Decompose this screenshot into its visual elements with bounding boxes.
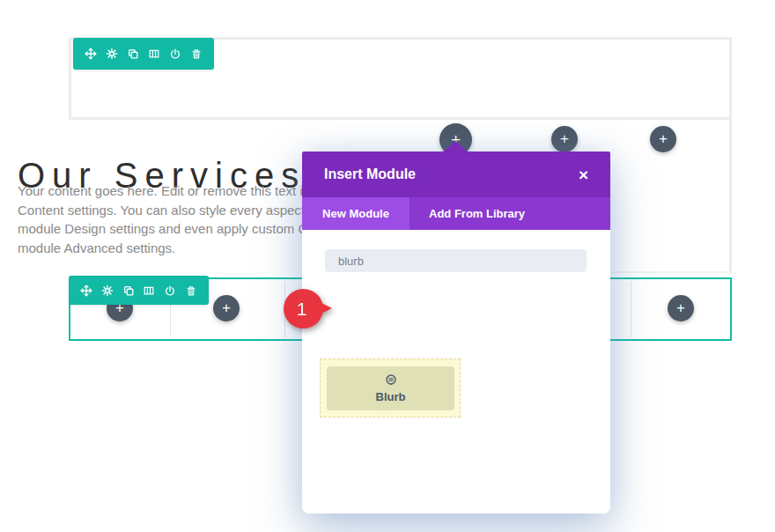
duplicate-icon[interactable] <box>122 284 135 297</box>
duplicate-icon[interactable] <box>127 48 139 60</box>
module-result-label: Blurb <box>376 390 406 403</box>
save-to-library-icon[interactable] <box>169 48 181 60</box>
tab-add-from-library[interactable]: Add From Library <box>410 197 525 230</box>
tab-label: Add From Library <box>429 207 525 220</box>
save-to-library-icon[interactable] <box>164 284 176 297</box>
tab-new-module[interactable]: New Module <box>302 197 410 230</box>
annotation-number: 1 <box>297 299 307 320</box>
add-module-button[interactable]: + <box>551 126 578 152</box>
column-divider <box>631 281 631 337</box>
section-bottom-border <box>612 271 732 273</box>
insert-module-modal: Insert Module × New Module Add From Libr… <box>302 151 610 514</box>
modal-title: Insert Module <box>324 166 416 182</box>
modal-body: Blurb <box>302 230 610 514</box>
blurb-module-icon <box>384 373 398 388</box>
row-toolbar-bottom <box>69 276 209 305</box>
add-module-button[interactable]: + <box>213 295 240 321</box>
settings-gear-icon[interactable] <box>101 284 114 297</box>
module-search-input[interactable] <box>325 249 587 272</box>
modal-header: Insert Module × <box>302 151 610 197</box>
column-structure-icon[interactable] <box>148 48 160 60</box>
delete-trash-icon[interactable] <box>185 284 197 297</box>
settings-gear-icon[interactable] <box>106 48 118 60</box>
add-module-button[interactable]: + <box>668 295 694 321</box>
close-icon[interactable]: × <box>579 166 588 183</box>
add-module-button[interactable]: + <box>650 126 676 152</box>
tab-label: New Module <box>322 207 389 220</box>
move-icon[interactable] <box>85 48 97 60</box>
tutorial-highlight: Blurb <box>320 358 461 417</box>
section-right-border <box>729 117 732 274</box>
modal-caret <box>442 141 469 152</box>
row-toolbar-top <box>73 38 214 70</box>
module-result-blurb[interactable]: Blurb <box>327 366 454 410</box>
modal-tab-bar: New Module Add From Library <box>302 197 610 230</box>
delete-trash-icon[interactable] <box>190 48 203 60</box>
annotation-step-badge: 1 <box>284 289 323 329</box>
column-structure-icon[interactable] <box>143 284 155 297</box>
move-icon[interactable] <box>80 284 92 297</box>
